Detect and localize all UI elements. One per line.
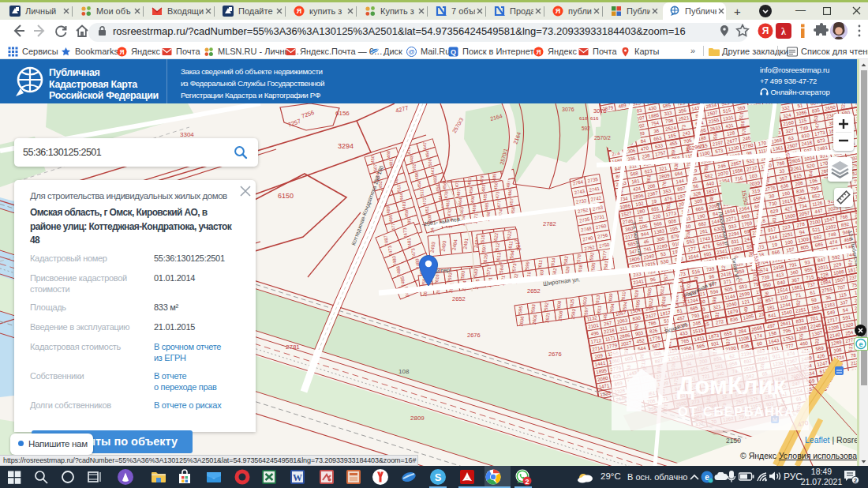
svg-text:Я: Я xyxy=(556,7,560,15)
svg-text:592: 592 xyxy=(582,126,590,131)
svg-text:3304: 3304 xyxy=(180,131,194,138)
svg-text:2: 2 xyxy=(525,478,529,486)
svg-text:3076: 3076 xyxy=(593,107,607,114)
svg-text:2676: 2676 xyxy=(548,351,562,358)
svg-text:108: 108 xyxy=(398,368,410,375)
svg-text:@: @ xyxy=(408,48,414,55)
svg-text:Q: Q xyxy=(451,47,456,55)
svg-text:212: 212 xyxy=(850,359,857,366)
svg-text:2809: 2809 xyxy=(410,415,425,422)
svg-text:73: 73 xyxy=(680,124,687,130)
svg-text:56: 56 xyxy=(764,291,770,297)
svg-text:2150: 2150 xyxy=(726,437,741,445)
svg-text:6150: 6150 xyxy=(278,192,294,200)
svg-text:S: S xyxy=(435,471,442,483)
svg-text:e: e xyxy=(859,340,862,348)
svg-text:2652: 2652 xyxy=(452,295,466,302)
svg-text:ОТ СБЕРБАНКА: ОТ СБЕРБАНКА xyxy=(678,404,795,419)
svg-text:618: 618 xyxy=(579,115,588,121)
svg-text:2781: 2781 xyxy=(286,343,300,351)
svg-text:12: 12 xyxy=(720,265,726,271)
svg-text:W: W xyxy=(293,472,302,483)
svg-text:Я: Я xyxy=(119,47,124,55)
svg-text:2570/2: 2570/2 xyxy=(594,135,611,141)
svg-text:2: 2 xyxy=(854,477,857,484)
svg-text:2652: 2652 xyxy=(527,287,541,295)
svg-text:λ: λ xyxy=(781,26,786,37)
svg-text:Я: Я xyxy=(297,7,301,15)
svg-text:Я: Я xyxy=(762,25,769,36)
svg-text:6156: 6156 xyxy=(335,110,350,117)
svg-text:756: 756 xyxy=(851,281,857,288)
svg-text:2676: 2676 xyxy=(467,332,481,339)
svg-text:3294: 3294 xyxy=(338,142,354,150)
svg-text:2782: 2782 xyxy=(543,220,556,227)
svg-text:ДомКлик: ДомКлик xyxy=(677,372,786,400)
svg-text:616: 616 xyxy=(590,115,599,121)
svg-text:Я: Я xyxy=(536,47,541,55)
svg-text:335: 335 xyxy=(817,276,828,283)
svg-text:3076: 3076 xyxy=(562,107,574,112)
